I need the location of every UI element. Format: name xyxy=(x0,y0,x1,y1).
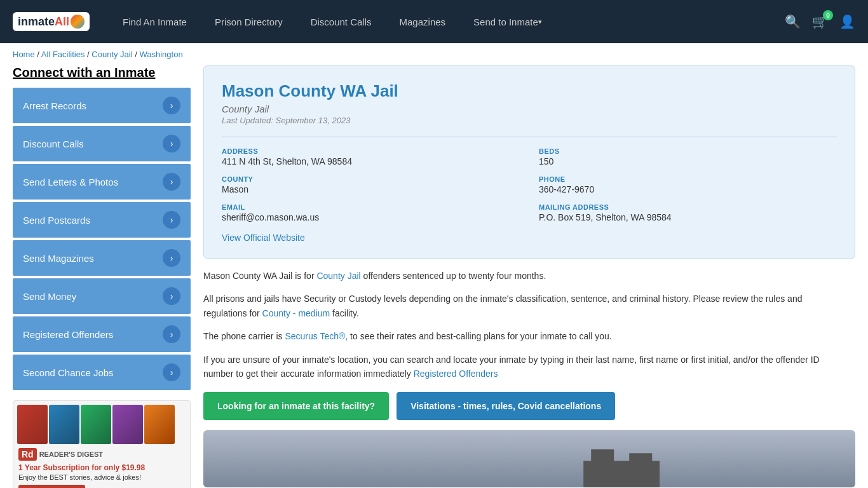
logo-all-text: All xyxy=(55,15,69,29)
sidebar-arrow-discount-calls: › xyxy=(163,135,180,152)
ad-cover-3 xyxy=(81,405,111,444)
ad-logo: Rd READER'S DIGEST xyxy=(18,448,185,461)
mailing-value: P.O. Box 519, Shelton, WA 98584 xyxy=(539,212,837,222)
facility-county-block: COUNTY Mason xyxy=(222,175,520,194)
user-icon[interactable]: 👤 xyxy=(839,14,855,29)
navbar: inmate All Find An Inmate Prison Directo… xyxy=(0,0,868,43)
facility-divider xyxy=(222,137,837,137)
breadcrumb-county-jail[interactable]: County Jail xyxy=(92,50,132,59)
sidebar-title: Connect with an Inmate xyxy=(13,65,191,80)
ad-cover-5 xyxy=(144,405,175,444)
ad-logo-rd: Rd xyxy=(18,448,37,461)
sidebar-item-send-magazines[interactable]: Send Magazines › xyxy=(13,240,191,276)
sidebar-arrow-send-money: › xyxy=(163,287,180,305)
search-icon[interactable]: 🔍 xyxy=(785,14,801,29)
desc-para-2: All prisons and jails have Security or C… xyxy=(203,292,837,320)
breadcrumb-home[interactable]: Home xyxy=(13,50,35,59)
breadcrumb-washington[interactable]: Washington xyxy=(139,50,182,59)
registered-offenders-link[interactable]: Registered Offenders xyxy=(414,369,498,379)
beds-label: BEDS xyxy=(539,147,837,155)
sidebar-item-second-chance[interactable]: Second Chance Jobs › xyxy=(13,355,191,390)
building-silhouette xyxy=(583,449,660,487)
county-label: COUNTY xyxy=(222,175,520,183)
nav-send-to-inmate[interactable]: Send to Inmate xyxy=(459,0,556,43)
sidebar-label-send-letters: Send Letters & Photos xyxy=(23,177,118,187)
facility-updated: Last Updated: September 13, 2023 xyxy=(222,116,837,125)
nav-find-inmate[interactable]: Find An Inmate xyxy=(109,0,201,43)
visitations-cta-button[interactable]: Visitations - times, rules, Covid cancel… xyxy=(397,392,615,420)
nav-magazines[interactable]: Magazines xyxy=(386,0,460,43)
sidebar-item-send-postcards[interactable]: Send Postcards › xyxy=(13,202,191,238)
address-value: 411 N 4th St, Shelton, WA 98584 xyxy=(222,156,520,166)
logo[interactable]: inmate All xyxy=(13,12,90,31)
ad-images xyxy=(13,401,190,448)
desc-para-4: If you are unsure of your inmate's locat… xyxy=(203,353,837,381)
desc-para-3: The phone carrier is Securus Tech®, to s… xyxy=(203,329,837,343)
facility-info-grid: ADDRESS 411 N 4th St, Shelton, WA 98584 … xyxy=(222,147,837,222)
address-label: ADDRESS xyxy=(222,147,520,155)
view-official-website-link[interactable]: View Official Website xyxy=(222,233,305,243)
sidebar-item-discount-calls[interactable]: Discount Calls › xyxy=(13,126,191,161)
beds-value: 150 xyxy=(539,156,837,166)
ad-box: Rd READER'S DIGEST 1 Year Subscription f… xyxy=(13,400,191,488)
sidebar: Connect with an Inmate Arrest Records › … xyxy=(13,65,191,488)
sidebar-label-discount-calls: Discount Calls xyxy=(23,139,84,149)
email-value: sheriff@co.mason.wa.us xyxy=(222,212,520,222)
ad-cover-4 xyxy=(112,405,143,444)
main-layout: Connect with an Inmate Arrest Records › … xyxy=(0,65,868,488)
description-block: Mason County WA Jail is for County Jail … xyxy=(203,269,855,381)
nav-links: Find An Inmate Prison Directory Discount… xyxy=(109,0,785,43)
sidebar-arrow-arrest-records: › xyxy=(163,97,180,114)
facility-beds-block: BEDS 150 xyxy=(539,147,837,166)
sidebar-arrow-second-chance: › xyxy=(163,363,180,381)
cart-icon[interactable]: 🛒 0 xyxy=(812,14,828,29)
facility-email-block: EMAIL sheriff@co.mason.wa.us xyxy=(222,203,520,222)
county-medium-link[interactable]: County - medium xyxy=(262,308,330,318)
facility-mailing-block: MAILING ADDRESS P.O. Box 519, Shelton, W… xyxy=(539,203,837,222)
cta-buttons: Looking for an inmate at this facility? … xyxy=(203,392,855,420)
sidebar-label-send-magazines: Send Magazines xyxy=(23,253,94,264)
ad-cover-1 xyxy=(17,405,48,444)
county-value: Mason xyxy=(222,184,520,194)
facility-phone-block: PHONE 360-427-9670 xyxy=(539,175,837,194)
sidebar-label-send-postcards: Send Postcards xyxy=(23,215,90,226)
ad-text-area: Rd READER'S DIGEST 1 Year Subscription f… xyxy=(13,448,190,488)
ad-cover-2 xyxy=(49,405,79,444)
nav-discount-calls[interactable]: Discount Calls xyxy=(297,0,386,43)
nav-prison-directory[interactable]: Prison Directory xyxy=(201,0,297,43)
sidebar-items: Arrest Records › Discount Calls › Send L… xyxy=(13,88,191,390)
email-label: EMAIL xyxy=(222,203,520,211)
logo-icon xyxy=(71,15,85,29)
mailing-label: MAILING ADDRESS xyxy=(539,203,837,211)
facility-website: View Official Website xyxy=(222,233,837,243)
facility-photo xyxy=(203,430,855,487)
securus-link[interactable]: Securus Tech®, xyxy=(285,331,348,341)
ad-tagline: Enjoy the BEST stories, advice & jokes! xyxy=(18,473,185,481)
sidebar-label-second-chance: Second Chance Jobs xyxy=(23,367,114,378)
nav-icons: 🔍 🛒 0 👤 xyxy=(785,14,855,29)
find-inmate-cta-button[interactable]: Looking for an inmate at this facility? xyxy=(203,392,389,420)
county-jail-link[interactable]: County Jail xyxy=(316,271,360,281)
facility-card: Mason County WA Jail County Jail Last Up… xyxy=(203,65,855,259)
breadcrumb: Home / All Facilities / County Jail / Wa… xyxy=(0,43,868,65)
phone-value: 360-427-9670 xyxy=(539,184,837,194)
main-content: Mason County WA Jail County Jail Last Up… xyxy=(203,65,855,488)
desc-para-1: Mason County WA Jail is for County Jail … xyxy=(203,269,837,283)
sidebar-item-send-letters[interactable]: Send Letters & Photos › xyxy=(13,164,191,200)
sidebar-item-send-money[interactable]: Send Money › xyxy=(13,278,191,314)
breadcrumb-all-facilities[interactable]: All Facilities xyxy=(41,50,85,59)
sidebar-arrow-send-letters: › xyxy=(163,173,180,191)
sidebar-ad: Rd READER'S DIGEST 1 Year Subscription f… xyxy=(13,400,191,488)
sidebar-item-registered-offenders[interactable]: Registered Offenders › xyxy=(13,316,191,352)
cart-badge: 0 xyxy=(823,10,833,20)
sidebar-label-send-money: Send Money xyxy=(23,291,76,302)
sidebar-label-arrest-records: Arrest Records xyxy=(23,100,86,111)
facility-address-block: ADDRESS 411 N 4th St, Shelton, WA 98584 xyxy=(222,147,520,166)
facility-name: Mason County WA Jail xyxy=(222,81,837,101)
sidebar-item-arrest-records[interactable]: Arrest Records › xyxy=(13,88,191,123)
sidebar-label-registered-offenders: Registered Offenders xyxy=(23,329,113,340)
sidebar-arrow-registered-offenders: › xyxy=(163,325,180,343)
ad-subtitle: 1 Year Subscription for only $19.98 xyxy=(18,463,185,472)
phone-label: PHONE xyxy=(539,175,837,183)
ad-subscribe-button[interactable]: Subscribe Now xyxy=(18,485,85,488)
